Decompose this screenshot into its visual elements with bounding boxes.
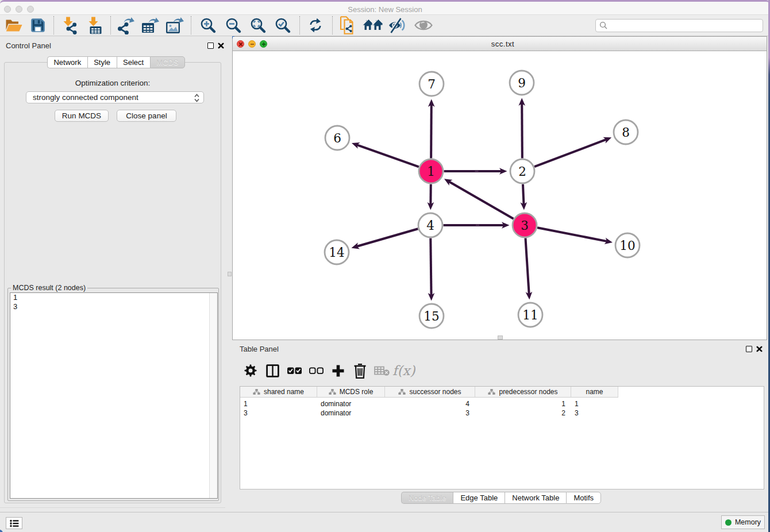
first-neighbors-button[interactable] <box>360 16 384 35</box>
eye-slash-icon <box>388 17 407 33</box>
add-column-button[interactable] <box>327 360 349 381</box>
control-panel: Control Panel NetworkStyleSelectMCDS Opt… <box>0 36 225 508</box>
table-delete-icon <box>374 365 390 377</box>
float-panel-icon[interactable] <box>207 43 214 49</box>
tab-edge-table[interactable]: Edge Table <box>453 492 505 504</box>
apply-layout-button[interactable] <box>303 16 328 35</box>
zoom-selected-button[interactable] <box>271 16 295 35</box>
table-row[interactable]: 1dominator411 <box>240 399 618 408</box>
svg-text:8: 8 <box>622 125 630 140</box>
trash-icon <box>353 363 367 379</box>
open-session-button[interactable] <box>2 16 26 35</box>
import-network-button[interactable] <box>58 16 82 35</box>
zoom-in-button[interactable] <box>196 16 220 35</box>
plus-icon <box>332 364 345 377</box>
table-cell: dominator <box>317 399 385 408</box>
save-session-button[interactable] <box>26 16 50 35</box>
zoom-out-button[interactable] <box>221 16 245 35</box>
window-title: Session: New Session <box>0 5 770 14</box>
close-table-panel-icon[interactable] <box>756 346 763 352</box>
table-toolbar: f(x) <box>240 359 414 382</box>
svg-text:4: 4 <box>426 218 434 233</box>
memory-status-icon <box>725 519 732 526</box>
network-frame-title: scc.txt <box>233 40 767 48</box>
folder-open-icon <box>5 18 22 33</box>
mcds-result-line: 3 <box>10 302 217 311</box>
column-header-shared-name[interactable]: shared name <box>240 387 317 397</box>
table-cell: 1 <box>240 399 317 408</box>
horizontal-splitter-grip[interactable] <box>498 336 503 340</box>
column-header-MCDS-role[interactable]: MCDS role <box>317 387 385 397</box>
mcds-result-lines: 13 <box>10 293 217 311</box>
tree-icon <box>488 388 495 395</box>
network-from-selection-button[interactable] <box>336 16 360 35</box>
gear-icon <box>244 364 257 377</box>
control-panel-header: Control Panel <box>0 36 225 51</box>
houses-icon <box>363 17 383 33</box>
mcds-result-scrollbar[interactable] <box>209 293 217 498</box>
main-toolbar <box>0 15 770 36</box>
optimization-criterion-select[interactable]: strongly connected component <box>26 91 204 103</box>
tab-mcds[interactable]: MCDS <box>150 56 185 68</box>
tab-motifs[interactable]: Motifs <box>566 492 601 504</box>
eye-icon <box>414 19 433 32</box>
tree-icon <box>398 388 406 395</box>
toolbar-separator <box>332 16 333 34</box>
checkboxes-checked-icon <box>287 367 302 375</box>
table-cell: 1 <box>571 399 618 408</box>
svg-text:f(x): f(x) <box>392 363 415 378</box>
tab-style[interactable]: Style <box>87 56 117 68</box>
run-mcds-button[interactable]: Run MCDS <box>55 110 109 122</box>
network-frame-titlebar[interactable]: scc.txt <box>233 37 767 51</box>
table-cell: 4 <box>385 399 475 408</box>
select-updown-icon <box>194 94 199 102</box>
export-table-button[interactable] <box>138 16 162 35</box>
vertical-splitter-grip[interactable] <box>228 272 232 276</box>
mcds-result-group: MCDS result (2 nodes) 13 <box>7 288 219 501</box>
table-settings-button[interactable] <box>240 360 261 381</box>
memory-button[interactable]: Memory <box>721 515 765 529</box>
mcds-result-list[interactable]: 13 <box>10 292 218 499</box>
zoom-fit-button[interactable] <box>246 16 270 35</box>
column-header-name[interactable]: name <box>571 387 618 397</box>
table-cell: 3 <box>571 408 618 418</box>
deselect-all-button[interactable] <box>305 360 327 381</box>
close-panel-icon[interactable] <box>218 43 224 49</box>
column-header-successor-nodes[interactable]: successor nodes <box>385 387 475 397</box>
select-all-button[interactable] <box>283 360 305 381</box>
column-header-predecessor-nodes[interactable]: predecessor nodes <box>475 387 571 397</box>
export-network-icon <box>117 16 135 34</box>
tab-network-table[interactable]: Network Table <box>505 492 566 504</box>
hide-selected-button[interactable] <box>386 16 410 35</box>
mcds-tab-pane: Optimization criterion: strongly connect… <box>4 62 221 503</box>
checkboxes-unchecked-icon <box>309 367 324 375</box>
column-header-label: successor nodes <box>409 388 461 396</box>
task-history-button[interactable] <box>6 517 22 529</box>
svg-text:9: 9 <box>518 76 526 90</box>
close-panel-button[interactable]: Close panel <box>117 110 176 122</box>
toggle-columns-button[interactable] <box>261 360 283 381</box>
network-canvas[interactable]: 1234678910111415 <box>233 51 767 340</box>
import-table-button[interactable] <box>83 16 107 35</box>
column-header-label: MCDS role <box>340 388 374 396</box>
delete-column-button[interactable] <box>349 360 371 381</box>
column-header-label: name <box>586 388 603 396</box>
tab-select[interactable]: Select <box>117 56 150 68</box>
refresh-icon <box>307 17 324 34</box>
tab-node-table[interactable]: Node Table <box>401 492 453 504</box>
export-image-button[interactable] <box>163 16 187 35</box>
zoom-in-icon <box>200 17 217 34</box>
table-header-row: shared nameMCDS rolesuccessor nodesprede… <box>240 387 618 398</box>
search-input[interactable] <box>595 19 763 32</box>
float-table-panel-icon[interactable] <box>746 346 752 352</box>
tab-network[interactable]: Network <box>47 56 87 68</box>
table-row[interactable]: 3dominator323 <box>240 408 618 418</box>
table-panel: Table Panel f(x) shared nameMCDS rolesuc… <box>232 343 770 513</box>
export-network-button[interactable] <box>114 16 138 35</box>
column-header-label: shared name <box>264 388 304 396</box>
table-cell: 3 <box>385 408 475 418</box>
svg-text:1: 1 <box>427 164 435 179</box>
tree-icon <box>253 388 260 395</box>
svg-text:10: 10 <box>619 238 635 253</box>
show-all-button[interactable] <box>411 16 436 35</box>
